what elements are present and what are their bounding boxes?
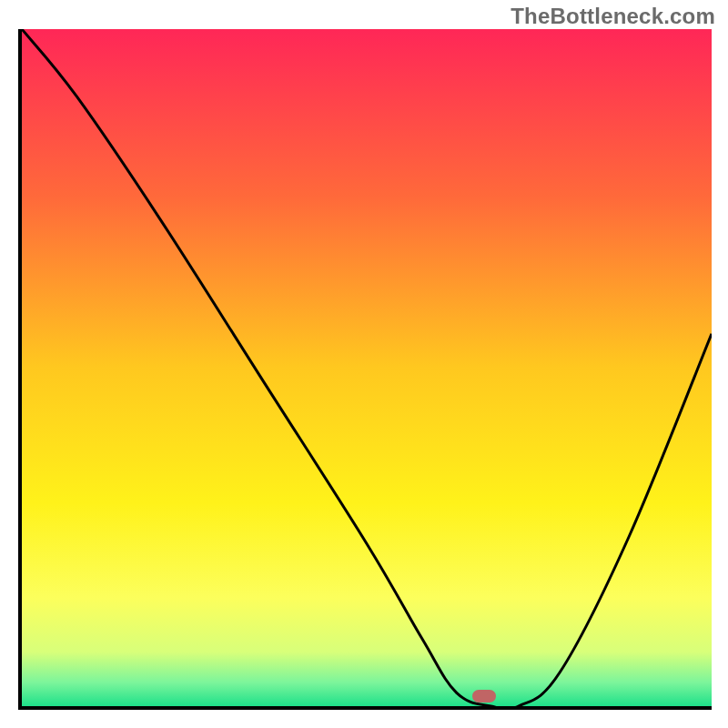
plot-area xyxy=(18,29,712,710)
optimal-marker xyxy=(472,690,496,702)
watermark-text: TheBottleneck.com xyxy=(511,4,715,29)
chart-container: TheBottleneck.com xyxy=(0,0,728,728)
bottleneck-curve xyxy=(22,29,712,706)
